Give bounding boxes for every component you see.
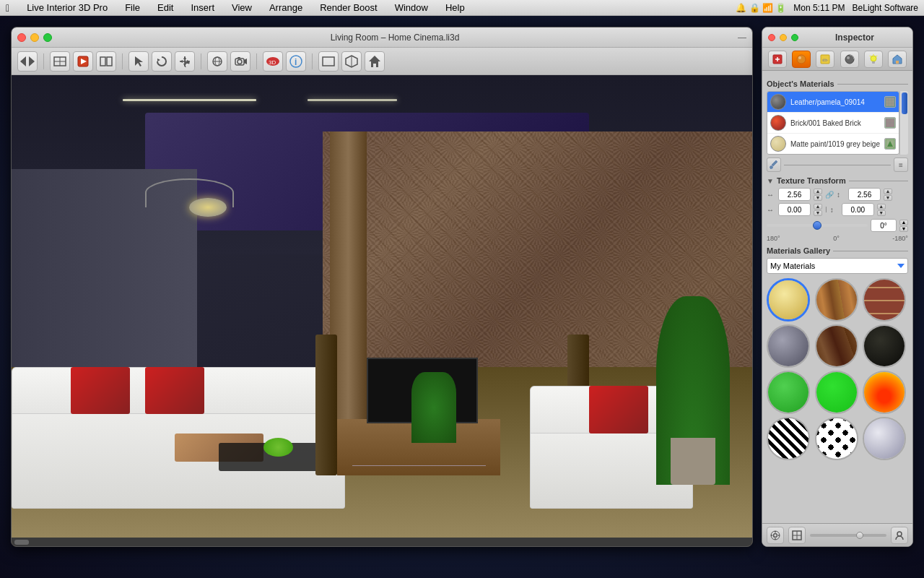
eyedropper-btn[interactable] [767,158,781,172]
gallery-dropdown-value: My Materials [770,262,815,270]
menu-file[interactable]: File [122,1,143,14]
offset-v-input[interactable] [842,203,874,216]
offset-h-input[interactable] [778,203,811,216]
offset-h-up[interactable]: ▲ [814,204,822,210]
camera-btn[interactable] [230,51,250,72]
rotation-down[interactable]: ▼ [899,226,908,232]
bottom-settings-btn[interactable] [767,527,784,544]
tab-paint[interactable]: ✏ [816,51,834,68]
scale-v-stepper[interactable]: ▲ ▼ [884,189,892,201]
gallery-item-beige[interactable] [767,278,810,322]
rotation-input[interactable] [871,219,897,232]
car-btn[interactable]: 3D [263,51,283,72]
gallery-item-metal[interactable] [863,417,906,460]
rotation-thumb [813,221,821,230]
maximize-button[interactable] [43,33,52,42]
view-2d-btn[interactable] [318,51,339,72]
material-swatch-2 [770,115,786,131]
menu-help[interactable]: Help [443,1,468,14]
rotation-stepper[interactable]: ▲ ▼ [899,220,908,232]
gallery-item-spot[interactable] [815,417,858,460]
home-btn[interactable] [365,51,385,72]
gallery-header: Materials Gallery [767,246,908,255]
menubar-right: 🔔 🔒 📶 🔋 Mon 5:11 PM BeLight Software [736,3,918,13]
bottom-user-btn[interactable] [891,527,908,544]
gallery-item-wood[interactable] [815,278,858,322]
inspector-minimize[interactable] [780,34,787,41]
inspector-close[interactable] [768,34,775,41]
tab-room[interactable] [888,51,907,68]
rotation-row: ▲ ▼ [767,219,908,232]
offset-v-icon: ↕ [830,206,839,214]
svg-marker-0 [20,56,26,66]
transform-sep [849,181,908,181]
gallery-item-zebra[interactable] [767,417,810,460]
offset-v-stepper[interactable]: ▲ ▼ [877,204,886,216]
tab-object[interactable] [768,51,787,68]
rotation-up[interactable]: ▲ [899,220,908,225]
viewport-3d[interactable] [12,75,752,546]
menu-view[interactable]: View [229,1,255,14]
tab-light[interactable] [864,51,883,68]
nav-back-forward[interactable] [17,51,38,72]
offset-v-up[interactable]: ▲ [877,204,886,210]
menu-render[interactable]: Render Boost [317,1,380,14]
select-tool[interactable] [128,51,149,72]
gallery-item-fire[interactable] [863,371,906,414]
offset-h-down[interactable]: ▼ [814,210,822,216]
offset-v-down[interactable]: ▼ [877,210,886,216]
tv-shelf [352,465,486,466]
options-btn[interactable]: ≡ [894,158,908,172]
gallery-item-dark-wood[interactable] [815,324,858,368]
offset-h-stepper[interactable]: ▲ ▼ [814,204,822,216]
tab-texture[interactable] [840,51,859,68]
material-name-3: Matte paint/1019 grey beige [790,140,880,148]
rotate-tool[interactable] [152,51,172,72]
scale-h-stepper[interactable]: ▲ ▼ [814,189,822,201]
layout-btn[interactable] [96,51,116,72]
apple-menu[interactable]:  [6,2,9,14]
gallery-item-stone[interactable] [767,324,810,368]
scale-v-up[interactable]: ▲ [884,189,892,194]
scale-v-down[interactable]: ▼ [884,195,892,201]
floor-plan-btn[interactable] [50,51,70,72]
gallery-item-bright-green[interactable] [815,371,858,414]
rotation-slider[interactable] [767,224,868,227]
scale-h-down[interactable]: ▼ [814,195,822,201]
gallery-dropdown[interactable]: My Materials [767,258,908,274]
render-btn[interactable] [73,51,93,72]
material-item-1[interactable]: Leather/pamela_09014 [767,92,899,113]
material-item-2[interactable]: Brick/001 Baked Brick [767,113,899,134]
bottom-zoom-slider[interactable] [810,534,886,537]
scale-h-input[interactable] [778,188,811,201]
viewport-scrollbar[interactable] [12,538,752,546]
move-tool[interactable] [175,51,195,72]
menu-insert[interactable]: Insert [188,1,217,14]
material-item-3[interactable]: Matte paint/1019 grey beige [767,134,899,154]
tab-material[interactable] [792,51,811,68]
gallery-item-very-dark[interactable] [863,324,906,368]
gallery-item-green[interactable] [767,371,810,414]
window-expand-icon[interactable]: — [738,33,746,43]
scale-v-input[interactable] [848,188,881,201]
material-name-2: Brick/001 Baked Brick [790,119,861,127]
scene-btn[interactable] [207,51,227,72]
minimize-button[interactable] [30,33,39,42]
svg-marker-16 [180,60,183,63]
info-btn[interactable]: i [286,51,306,72]
menu-edit[interactable]: Edit [154,1,176,14]
rotation-center-label: 0° [833,235,840,242]
gallery-item-brick[interactable] [863,278,906,322]
view-3d-btn[interactable] [341,51,362,72]
material-swatch-3 [770,136,786,152]
pillow-2 [145,367,204,414]
menu-window[interactable]: Window [392,1,431,14]
bottom-grid-btn[interactable] [788,527,806,544]
close-button[interactable] [17,33,26,42]
materials-scrollbar[interactable] [899,91,908,155]
scale-h-up[interactable]: ▲ [814,189,822,194]
menu-arrange[interactable]: Arrange [266,1,305,14]
menu-app[interactable]: Live Interior 3D Pro [24,1,110,14]
swatch-brick [864,280,905,320]
inspector-maximize[interactable] [791,34,798,41]
